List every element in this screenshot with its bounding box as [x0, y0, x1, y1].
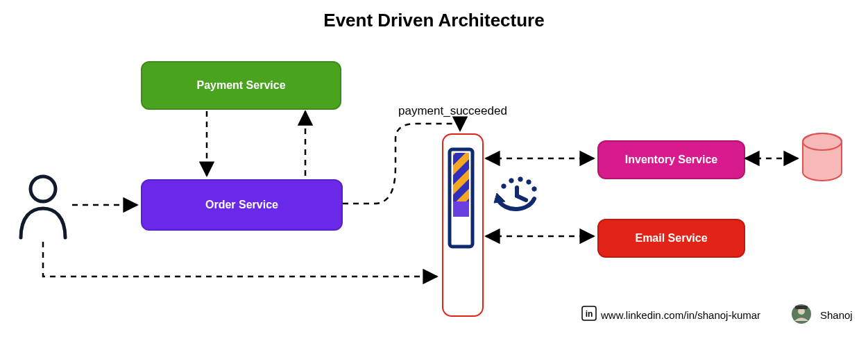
payment-service-label: Payment Service [196, 79, 285, 92]
svg-point-6 [502, 184, 506, 188]
inventory-service-label: Inventory Service [625, 154, 717, 166]
inventory-service-box: Inventory Service [597, 140, 745, 179]
order-service-box: Order Service [141, 179, 343, 231]
payment-service-box: Payment Service [141, 61, 341, 110]
retry-icon [494, 177, 536, 209]
svg-point-18 [798, 308, 805, 315]
diagram-title: Event Driven Architecture [0, 10, 868, 31]
avatar-icon [792, 304, 811, 324]
linkedin-icon: in [582, 306, 596, 320]
svg-rect-15 [582, 306, 596, 320]
footer-link[interactable]: www.linkedin.com/in/shanoj-kumar [601, 309, 760, 321]
svg-point-17 [792, 304, 811, 324]
svg-point-9 [527, 180, 531, 184]
diagram-stage: Event Driven Architecture Payment Servic… [0, 0, 868, 355]
email-service-label: Email Service [635, 232, 707, 245]
order-service-label: Order Service [205, 199, 278, 211]
svg-point-10 [532, 187, 536, 191]
svg-point-7 [509, 179, 513, 183]
arrow-user-to-bus [43, 242, 437, 276]
svg-rect-19 [795, 306, 808, 309]
svg-text:in: in [586, 309, 593, 319]
svg-point-13 [803, 133, 842, 150]
svg-line-12 [517, 196, 526, 200]
email-service-box: Email Service [597, 219, 745, 258]
event-label: payment_succeeded [398, 104, 507, 118]
event-bus [442, 133, 484, 317]
user-icon [21, 176, 65, 238]
svg-point-14 [803, 133, 842, 150]
database-icon [803, 133, 842, 181]
svg-point-8 [518, 177, 522, 181]
svg-point-2 [31, 176, 56, 201]
footer-name: Shanoj [820, 309, 853, 321]
